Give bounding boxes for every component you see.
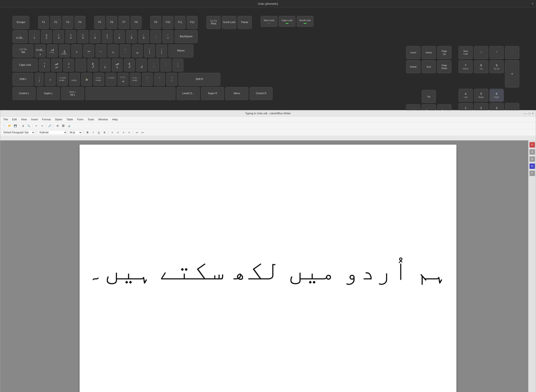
numpad-5-key[interactable]: 5 Begin: [474, 89, 488, 102]
font-size-combo[interactable]: 48 pt: [68, 130, 82, 135]
page-up-key[interactable]: Page Up: [437, 46, 451, 59]
numpad-8-key[interactable]: 8 Up: [474, 60, 488, 73]
numpad-9-key[interactable]: 9 Pg Up: [489, 60, 504, 73]
space-key[interactable]: [85, 87, 175, 100]
menu-view[interactable]: View: [19, 117, 28, 121]
bullet-list-button[interactable]: ≔: [134, 130, 139, 135]
equals-key[interactable]: + =: [162, 30, 173, 43]
a-key[interactable]: ٹ ا: [39, 59, 50, 72]
q-key[interactable]: · U+20... ﯿ: [35, 44, 46, 57]
paragraph-style-combo[interactable]: Default Paragraph Styl: [1, 130, 35, 135]
period-key[interactable]: > .: [154, 73, 165, 86]
numpad-minus-key[interactable]: -: [505, 46, 519, 59]
strikethrough-button[interactable]: S: [102, 130, 107, 135]
super-left-key[interactable]: Super L: [37, 87, 60, 100]
f5-key[interactable]: F5: [94, 16, 105, 29]
scroll-lock-key[interactable]: Scroll Lock: [222, 16, 236, 29]
bold-button[interactable]: B: [85, 130, 90, 135]
close-writer-button[interactable]: ×: [532, 112, 534, 115]
p-key[interactable]: } ]: [144, 44, 155, 57]
numpad-4-key[interactable]: 4 Left: [459, 89, 473, 102]
home-key[interactable]: Home: [422, 46, 436, 59]
f6-key[interactable]: F6: [106, 16, 117, 29]
menu-help[interactable]: Help: [110, 117, 119, 121]
slash-key[interactable]: ؟ /: [166, 73, 177, 86]
writer-content[interactable]: ہم اُردو میں لکھ سکتے ہیں۔ P S G N F: [0, 140, 536, 392]
menu-format[interactable]: Format: [40, 117, 52, 121]
num-lock-indicator[interactable]: Num Lock: [261, 16, 277, 27]
7-key[interactable]: & 7: [102, 30, 113, 43]
align-right-button[interactable]: ≡: [121, 130, 126, 135]
scroll-lock-indicator[interactable]: Scroll Lock: [297, 16, 313, 27]
caps-lock-indicator[interactable]: Caps Lock: [279, 16, 296, 27]
menu-edit[interactable]: Edit: [10, 117, 19, 121]
menu-table[interactable]: Table: [65, 117, 75, 121]
f9-key[interactable]: F9: [150, 16, 161, 29]
b-key[interactable]: U+20... U+20...: [93, 73, 104, 86]
sidebar-functions-button[interactable]: F: [530, 171, 535, 176]
m-key[interactable]: U+20... ن: [118, 73, 129, 86]
shift-left-key[interactable]: Shift L: [13, 73, 33, 86]
j-key[interactable]: ض ج: [112, 59, 123, 72]
control-right-key[interactable]: Control R: [249, 87, 273, 100]
insert-table-button[interactable]: ⊞: [55, 123, 60, 128]
e-key[interactable]: · ع U+20...: [59, 44, 70, 57]
f7-key[interactable]: F7: [118, 16, 129, 29]
keyboard-close-button[interactable]: ×: [531, 2, 533, 6]
numlock-key[interactable]: Num Lock: [459, 46, 473, 59]
6-key[interactable]: ^ 6: [90, 30, 100, 43]
justify-button[interactable]: ≡: [127, 130, 132, 135]
sidebar-navigator-button[interactable]: N: [530, 163, 535, 169]
insert-chart-button[interactable]: 📊: [66, 123, 71, 128]
caps-lock-key[interactable]: Caps Lock: [13, 59, 38, 72]
r-key[interactable]: ر: [71, 44, 82, 57]
n-key[interactable]: U+202E .: [106, 73, 116, 86]
0-key[interactable]: ( 0: [138, 30, 149, 43]
maximize-button[interactable]: □: [528, 112, 530, 115]
backspace-key[interactable]: BackSpace: [175, 30, 198, 43]
menu-insert[interactable]: Insert: [29, 117, 40, 121]
comma-key[interactable]: U+20... U+20...: [130, 73, 141, 86]
menu-form[interactable]: Form: [75, 117, 85, 121]
sidebar-properties-button[interactable]: P: [530, 142, 535, 148]
f10-key[interactable]: F10: [162, 16, 173, 29]
undo-button[interactable]: ↩: [34, 123, 39, 128]
up-arrow-key[interactable]: Up: [422, 90, 436, 103]
x-key[interactable]: U+200E U+20...: [57, 73, 68, 86]
new-button[interactable]: 📄: [1, 123, 6, 128]
y-key[interactable]: ے: [95, 44, 106, 57]
escape-key[interactable]: Escape: [13, 16, 29, 29]
tab-key[interactable]: Left Tab Tab: [13, 44, 33, 57]
menu-tools[interactable]: Tools: [86, 117, 96, 121]
f11-key[interactable]: F11: [175, 16, 185, 29]
o-key[interactable]: · پ: [132, 44, 143, 57]
t-key[interactable]: ت: [83, 44, 94, 57]
insert-key[interactable]: Insert: [406, 46, 420, 59]
3-key[interactable]: # 3: [53, 30, 64, 43]
control-left-key[interactable]: Control L: [13, 87, 36, 100]
sysrq-key[interactable]: Sys Rq Print: [207, 16, 221, 29]
g-key[interactable]: غ ک: [88, 59, 99, 72]
backslash-key[interactable]: | \: [173, 59, 183, 72]
sidebar-gallery-button[interactable]: G: [530, 156, 535, 162]
insert-image-button[interactable]: 🖼: [61, 123, 66, 128]
z-key[interactable]: د: [45, 73, 56, 86]
italic-button[interactable]: I: [91, 130, 96, 135]
5-key[interactable]: % 5: [77, 30, 88, 43]
semicolon-key[interactable]: : ؛: [148, 59, 159, 72]
c-key[interactable]: · U+20...: [69, 73, 80, 86]
tilde-key[interactable]: ~ U+20...: [13, 30, 28, 43]
f2-key[interactable]: F2: [50, 16, 61, 29]
save-button[interactable]: 💾: [13, 123, 18, 128]
print-button[interactable]: 🖨: [20, 123, 26, 128]
writer-window-controls[interactable]: — □ ×: [524, 112, 534, 115]
find-button[interactable]: 🔎: [47, 123, 52, 128]
f3-key[interactable]: F3: [62, 16, 73, 29]
return-key[interactable]: Return: [168, 44, 193, 57]
align-center-button[interactable]: ≡: [115, 130, 120, 135]
bracket-open-key[interactable]: { [: [156, 44, 167, 57]
numpad-7-key[interactable]: 7 Home: [459, 60, 473, 73]
open-button[interactable]: 📂: [7, 123, 12, 128]
f4-key[interactable]: F4: [75, 16, 85, 29]
v-key[interactable]: ط: [81, 73, 92, 86]
